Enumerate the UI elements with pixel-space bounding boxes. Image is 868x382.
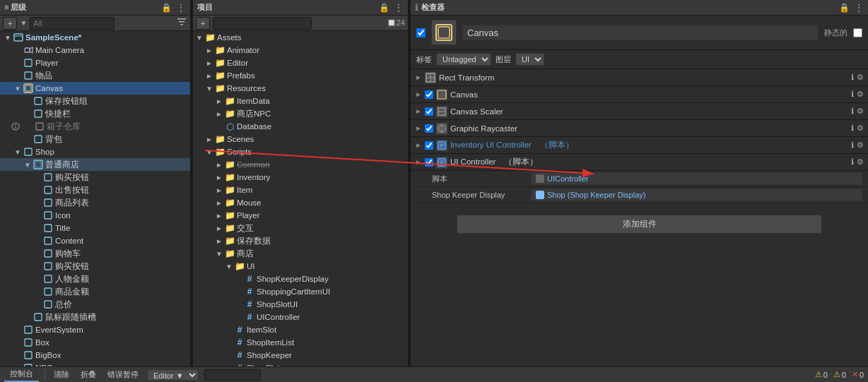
hierarchy-item-shop[interactable]: Shop xyxy=(0,145,190,158)
expand-arrow[interactable] xyxy=(204,47,214,54)
scaler-info-icon[interactable]: ℹ xyxy=(851,107,854,116)
hierarchy-item-bigbox[interactable]: BigBox xyxy=(0,349,190,362)
scaler-active-checkbox[interactable] xyxy=(425,107,433,116)
raycaster-active-checkbox[interactable] xyxy=(425,124,433,133)
hierarchy-item-box[interactable]: Box xyxy=(0,336,190,349)
component-inventory-ui-controller[interactable]: ► Inventory UI Controller （脚本） ℹ ⚙ xyxy=(411,137,868,154)
project-item-inventory[interactable]: 📁 Inventory xyxy=(193,171,408,184)
project-item-uicontroller[interactable]: # UIController xyxy=(193,311,408,323)
project-item-ui-folder[interactable]: 📁 UI xyxy=(193,260,408,273)
hierarchy-item-title[interactable]: Title xyxy=(0,222,190,234)
scaler-expand-arrow[interactable]: ► xyxy=(415,107,422,115)
hierarchy-item-xiangzi[interactable]: 箱子仓库 xyxy=(0,120,190,133)
raycaster-gear-icon[interactable]: ⚙ xyxy=(857,124,864,133)
component-ui-controller[interactable]: ► UI Controller （脚本） ℹ ⚙ xyxy=(411,154,868,171)
expand-arrow[interactable] xyxy=(214,225,224,232)
tag-dropdown[interactable]: Untagged xyxy=(436,53,491,66)
hierarchy-more-icon[interactable]: ⋮ xyxy=(176,2,186,13)
project-item-animator[interactable]: 📁 Animator xyxy=(193,44,408,56)
project-item-shangdian[interactable]: 📁 商店 xyxy=(193,247,408,260)
expand-arrow[interactable] xyxy=(13,148,23,156)
project-item-item[interactable]: 📁 Item xyxy=(193,184,408,196)
object-active-checkbox[interactable] xyxy=(416,28,426,37)
project-item-itemslot[interactable]: # ItemSlot xyxy=(193,323,408,336)
static-checkbox[interactable] xyxy=(853,28,862,37)
invctrl-expand-arrow[interactable]: ► xyxy=(415,141,422,149)
hierarchy-item-shangpin[interactable]: 商品金额 xyxy=(0,285,190,298)
invctrl-gear-icon[interactable]: ⚙ xyxy=(857,141,864,150)
error-pause-button[interactable]: 错误暂停 xyxy=(105,369,141,381)
project-more-icon[interactable]: ⋮ xyxy=(394,2,404,13)
rect-expand-arrow[interactable]: ► xyxy=(415,73,422,81)
bottom-tab-console[interactable]: 控制台 xyxy=(4,367,39,382)
collapse-button[interactable]: 折叠 xyxy=(78,369,99,381)
component-rect-transform[interactable]: ► Rect Transform ℹ ⚙ xyxy=(411,69,868,86)
rect-info-icon[interactable]: ℹ xyxy=(851,73,854,82)
project-item-baocun[interactable]: 📁 保存数据 xyxy=(193,234,408,247)
expand-arrow[interactable] xyxy=(214,237,224,245)
hierarchy-item-icon[interactable]: Icon xyxy=(0,209,190,222)
canvas-expand-arrow[interactable]: ► xyxy=(415,90,422,98)
hierarchy-item-content[interactable]: Content xyxy=(0,234,190,247)
raycaster-info-icon[interactable]: ℹ xyxy=(851,124,854,133)
canvas-info-icon[interactable]: ℹ xyxy=(851,90,854,99)
hierarchy-item-goumai2[interactable]: 购买按钮 xyxy=(0,260,190,273)
hierarchy-item-kuaijie[interactable]: 快捷栏 xyxy=(0,107,190,120)
project-item-database[interactable]: ⬡ Database xyxy=(193,120,408,133)
hierarchy-item-canvas[interactable]: Canvas xyxy=(0,82,190,95)
hierarchy-item-npc[interactable]: NPC xyxy=(0,362,190,366)
rect-gear-icon[interactable]: ⚙ xyxy=(857,73,864,82)
component-graphic-raycaster[interactable]: ► Graphic Raycaster ℹ ⚙ xyxy=(411,120,868,137)
hierarchy-item-putong[interactable]: 普通商店 xyxy=(0,158,190,171)
project-item-editor[interactable]: 📁 Editor xyxy=(193,56,408,69)
hierarchy-lock-icon[interactable]: 🔒 xyxy=(161,3,172,13)
component-canvas[interactable]: ► Canvas ℹ ⚙ xyxy=(411,86,868,103)
uictrl-info-icon[interactable]: ℹ xyxy=(851,157,854,167)
project-item-itemdata[interactable]: 📁 ItemData xyxy=(193,95,408,107)
hierarchy-item-baocun[interactable]: 保存按钮组 xyxy=(0,95,190,107)
project-item-shopslotui[interactable]: # ShopSlotUI xyxy=(193,298,408,311)
expand-arrow[interactable] xyxy=(204,136,214,143)
project-item-shopslot[interactable]: # ShopSlot xyxy=(193,362,408,366)
invctrl-active-checkbox[interactable] xyxy=(425,141,433,150)
expand-arrow[interactable] xyxy=(214,97,224,105)
project-item-shopitemlist[interactable]: # ShopItemList xyxy=(193,336,408,349)
hierarchy-item-shopping[interactable]: 购物车 xyxy=(0,247,190,260)
project-search-input[interactable] xyxy=(213,17,312,30)
hierarchy-item-renwu[interactable]: 人物金额 xyxy=(0,273,190,285)
expand-arrow[interactable] xyxy=(214,212,224,220)
expand-arrow[interactable] xyxy=(224,263,234,270)
hierarchy-item-mouse[interactable]: 鼠标跟随插槽 xyxy=(0,311,190,323)
hierarchy-item-beibao[interactable]: 背包 xyxy=(0,133,190,145)
project-lock-icon[interactable]: 🔒 xyxy=(379,3,389,13)
canvas-gear-icon[interactable]: ⚙ xyxy=(857,90,864,99)
expand-arrow[interactable] xyxy=(23,161,33,169)
inspector-more-icon[interactable]: ⋮ xyxy=(854,2,864,13)
expand-arrow[interactable] xyxy=(214,186,224,194)
project-item-player[interactable]: 📁 Player xyxy=(193,209,408,222)
hierarchy-filter-icon[interactable] xyxy=(176,16,187,30)
expand-arrow[interactable] xyxy=(204,148,214,156)
project-item-shopkeeperdisplay[interactable]: # ShopKeeperDisplay xyxy=(193,273,408,285)
hierarchy-search-input[interactable] xyxy=(30,17,115,30)
hierarchy-item-shangpinliebiao[interactable]: 商品列表 xyxy=(0,196,190,209)
editor-dropdown[interactable]: Editor ▼ xyxy=(147,369,199,381)
canvas-active-checkbox[interactable] xyxy=(425,90,433,99)
invctrl-label[interactable]: Inventory UI Controller （脚本） xyxy=(450,140,848,150)
uictrl-active-checkbox[interactable] xyxy=(425,158,433,167)
project-item-shoppingcartitemui[interactable]: # ShoppingCartItemUI xyxy=(193,285,408,298)
project-item-prefabs[interactable]: 📁 Prefabs xyxy=(193,69,408,82)
expand-arrow[interactable] xyxy=(214,161,224,169)
expand-arrow[interactable] xyxy=(13,85,23,92)
project-item-shopkeeper[interactable]: # ShopKeeper xyxy=(193,349,408,362)
layer-dropdown[interactable]: UI xyxy=(515,53,544,66)
hierarchy-item-goumai[interactable]: 购买按钮 xyxy=(0,171,190,184)
expand-arrow[interactable] xyxy=(214,199,224,207)
invctrl-info-icon[interactable]: ℹ xyxy=(851,141,854,150)
hierarchy-add-button[interactable]: + xyxy=(3,17,17,30)
console-search-input[interactable] xyxy=(204,369,261,381)
hierarchy-item-eventsystem[interactable]: EventSystem xyxy=(0,323,190,336)
expand-arrow[interactable] xyxy=(214,250,224,258)
shopkeeper-field-value[interactable]: Shop (Shop Keeper Display) xyxy=(531,189,862,201)
expand-arrow[interactable] xyxy=(204,85,214,92)
